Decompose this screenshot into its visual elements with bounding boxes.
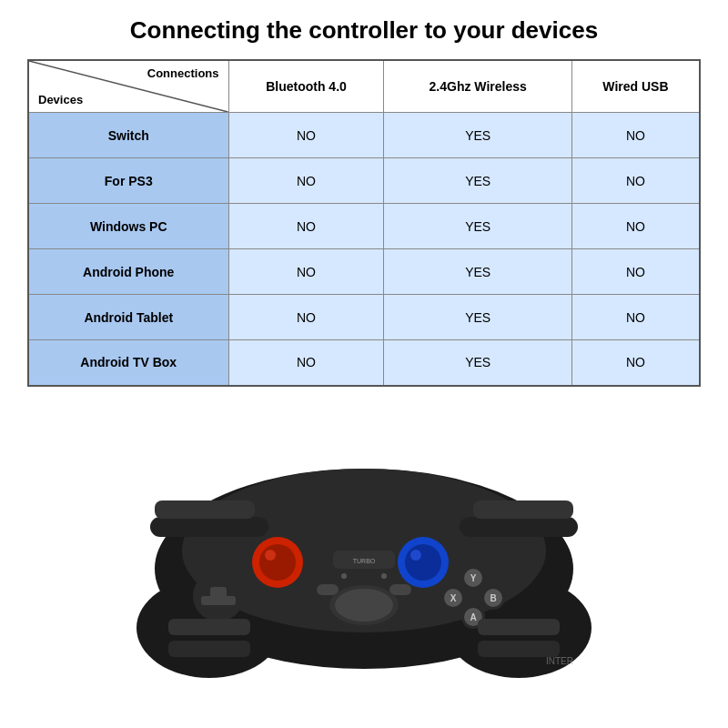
bt-cell: NO (228, 295, 384, 340)
svg-rect-33 (389, 584, 411, 595)
device-cell: Android Tablet (28, 295, 228, 340)
device-cell: Switch (28, 113, 228, 158)
svg-point-37 (335, 589, 393, 622)
wireless-cell: YES (384, 340, 571, 386)
table-row: Android PhoneNOYESNO (28, 249, 700, 295)
usb-cell: NO (571, 158, 700, 204)
svg-rect-8 (473, 500, 573, 519)
svg-text:X: X (450, 593, 457, 603)
wireless-cell: YES (384, 249, 571, 295)
wireless-cell: YES (384, 295, 571, 340)
wireless-cell: YES (384, 158, 571, 204)
devices-label: Devices (38, 93, 83, 106)
header-wireless: 2.4Ghz Wireless (384, 60, 571, 113)
table-row: Android TabletNOYESNO (28, 295, 700, 340)
header-bluetooth: Bluetooth 4.0 (228, 60, 384, 113)
wireless-cell: YES (384, 113, 571, 158)
page-container: Connecting the controller to your device… (0, 0, 728, 728)
svg-point-39 (381, 573, 387, 579)
svg-rect-19 (201, 596, 236, 605)
svg-rect-7 (155, 500, 255, 519)
svg-rect-42 (168, 641, 250, 657)
usb-cell: NO (571, 113, 700, 158)
header-devices-cell: Connections Devices (28, 60, 228, 113)
table-row: Android TV BoxNOYESNO (28, 340, 700, 386)
usb-cell: NO (571, 249, 700, 295)
svg-point-16 (410, 550, 421, 561)
compatibility-table: Connections Devices Bluetooth 4.0 2.4Ghz… (27, 59, 701, 387)
svg-text:INTER: INTER (546, 656, 573, 666)
device-cell: Android TV Box (28, 340, 228, 386)
svg-point-11 (259, 544, 296, 581)
svg-rect-40 (168, 619, 250, 635)
svg-point-15 (405, 544, 441, 581)
table-header-row: Connections Devices Bluetooth 4.0 2.4Ghz… (28, 60, 700, 113)
controller-svg: Y B A X TURBO (100, 410, 628, 682)
svg-text:A: A (470, 612, 476, 622)
usb-cell: NO (571, 204, 700, 249)
svg-text:TURBO: TURBO (353, 558, 376, 564)
svg-rect-5 (150, 517, 268, 537)
bt-cell: NO (228, 204, 384, 249)
device-cell: For PS3 (28, 158, 228, 204)
bt-cell: NO (228, 249, 384, 295)
svg-rect-43 (478, 641, 560, 657)
table-row: Windows PCNOYESNO (28, 204, 700, 249)
bt-cell: NO (228, 158, 384, 204)
svg-rect-6 (460, 517, 578, 537)
svg-text:B: B (490, 593, 496, 603)
usb-cell: NO (571, 295, 700, 340)
svg-point-12 (265, 550, 276, 561)
device-cell: Windows PC (28, 204, 228, 249)
device-cell: Android Phone (28, 249, 228, 295)
svg-text:Y: Y (470, 573, 477, 583)
header-usb: Wired USB (571, 60, 700, 113)
wireless-cell: YES (384, 204, 571, 249)
svg-rect-41 (478, 619, 560, 635)
usb-cell: NO (571, 340, 700, 386)
table-row: SwitchNOYESNO (28, 113, 700, 158)
page-title: Connecting the controller to your device… (130, 16, 598, 45)
bt-cell: NO (228, 113, 384, 158)
svg-point-38 (341, 573, 347, 579)
bt-cell: NO (228, 340, 384, 386)
svg-rect-32 (317, 584, 339, 595)
table-row: For PS3NOYESNO (28, 158, 700, 204)
connections-label: Connections (147, 66, 219, 80)
table-body: SwitchNOYESNOFor PS3NOYESNOWindows PCNOY… (28, 113, 700, 386)
controller-area: Y B A X TURBO (27, 396, 701, 696)
